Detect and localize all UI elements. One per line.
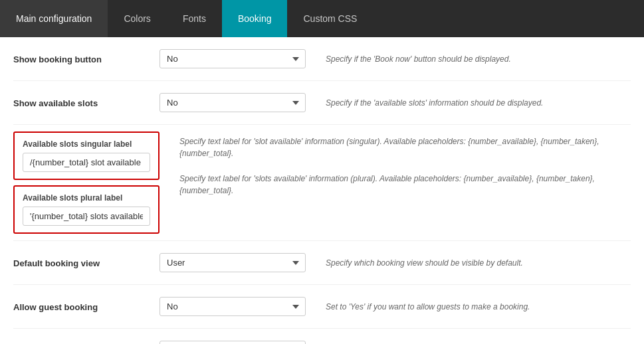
select-show-booking-button[interactable]: No Yes xyxy=(160,49,306,68)
control-allow-guest-booking: No Yes xyxy=(160,297,306,316)
highlighted-rows-container: Available slots singular label Available… xyxy=(13,125,631,241)
control-booking-label xyxy=(160,341,306,344)
inner-label-plural: Available slots plural label xyxy=(23,193,150,203)
desc-booking-label: Specify text label for booking button. xyxy=(326,341,631,344)
row-default-booking-view: Default booking view User Admin Specify … xyxy=(13,241,631,285)
nav-label-main-configuration: Main configuration xyxy=(16,13,92,24)
nav-item-colors[interactable]: Colors xyxy=(108,0,166,37)
control-show-available-slots: No Yes xyxy=(160,93,306,112)
nav-label-fonts: Fonts xyxy=(183,13,206,24)
label-booking-label: Booking label xyxy=(13,341,160,344)
row-show-available-slots: Show available slots No Yes Specify if t… xyxy=(13,81,631,125)
nav-label-booking: Booking xyxy=(238,13,272,24)
nav-item-main-configuration[interactable]: Main configuration xyxy=(0,0,108,37)
nav-item-booking[interactable]: Booking xyxy=(222,0,288,37)
input-booking-label[interactable] xyxy=(160,341,306,344)
select-wrapper-allow-guest-booking: No Yes xyxy=(160,297,306,316)
desc-default-booking-view: Specify which booking view should be vis… xyxy=(326,253,631,269)
content-area: Show booking button No Yes Specify if th… xyxy=(0,37,644,344)
nav-item-custom-css[interactable]: Custom CSS xyxy=(287,0,373,37)
nav-label-custom-css: Custom CSS xyxy=(303,13,357,24)
nav-bar: Main configuration Colors Fonts Booking … xyxy=(0,0,644,37)
inner-label-singular: Available slots singular label xyxy=(23,139,150,149)
desc-singular-plural-col: Specify text label for 'slot available' … xyxy=(179,131,631,197)
control-default-booking-view: User Admin xyxy=(160,253,306,272)
desc-singular: Specify text label for 'slot available' … xyxy=(179,135,631,159)
row-allow-guest-booking: Allow guest booking No Yes Set to 'Yes' … xyxy=(13,285,631,329)
control-show-booking-button: No Yes xyxy=(160,49,306,68)
select-default-booking-view[interactable]: User Admin xyxy=(160,253,306,272)
select-wrapper-default-booking-view: User Admin xyxy=(160,253,306,272)
desc-plural: Specify text label for 'slots available'… xyxy=(179,173,631,197)
select-allow-guest-booking[interactable]: No Yes xyxy=(160,297,306,316)
label-show-booking-button: Show booking button xyxy=(13,49,160,64)
red-border-plural: Available slots plural label xyxy=(13,185,160,234)
select-show-available-slots[interactable]: No Yes xyxy=(160,93,306,112)
input-plural-label[interactable] xyxy=(23,207,150,226)
input-singular-label[interactable] xyxy=(23,153,150,172)
nav-item-fonts[interactable]: Fonts xyxy=(167,0,222,37)
select-wrapper-show-available-slots: No Yes xyxy=(160,93,306,112)
highlighted-labels-col: Available slots singular label Available… xyxy=(13,131,160,234)
row-show-booking-button: Show booking button No Yes Specify if th… xyxy=(13,37,631,81)
label-default-booking-view: Default booking view xyxy=(13,253,160,268)
nav-label-colors: Colors xyxy=(124,13,150,24)
label-allow-guest-booking: Allow guest booking xyxy=(13,297,160,312)
row-booking-label: Booking label Specify text label for boo… xyxy=(13,329,631,344)
select-wrapper-show-booking-button: No Yes xyxy=(160,49,306,68)
desc-show-available-slots: Specify if the 'available slots' informa… xyxy=(326,93,631,109)
label-show-available-slots: Show available slots xyxy=(13,93,160,108)
red-border-singular: Available slots singular label xyxy=(13,131,160,180)
desc-show-booking-button: Specify if the 'Book now' button should … xyxy=(326,49,631,65)
desc-allow-guest-booking: Set to 'Yes' if you want to allow guests… xyxy=(326,297,631,313)
